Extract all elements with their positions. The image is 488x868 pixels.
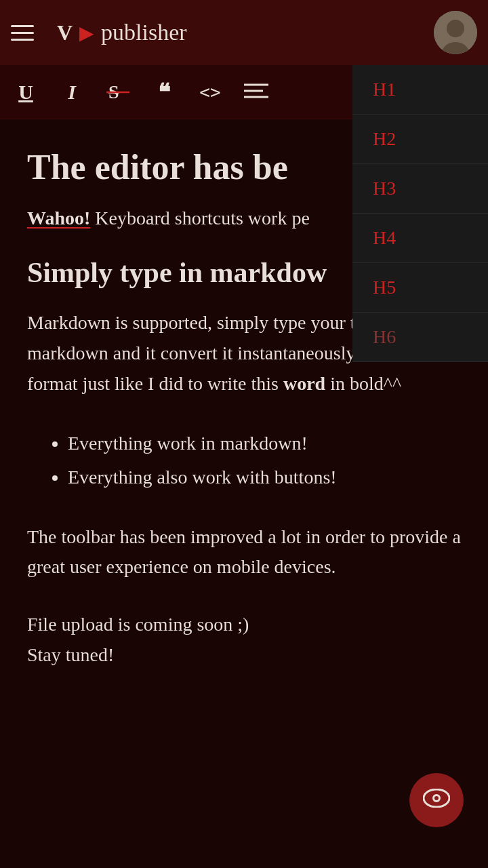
avatar[interactable] — [434, 11, 477, 54]
heading-h6-option[interactable]: H6 — [352, 313, 488, 362]
paragraph3-line1: File upload is coming soon ;) — [27, 614, 249, 635]
paragraph3-line2: Stay tuned! — [27, 644, 114, 665]
heading-h4-option[interactable]: H4 — [352, 214, 488, 263]
menu-button[interactable] — [11, 14, 49, 52]
app-header: V ▶ publisher — [0, 0, 488, 65]
paragraph1-bold: word — [283, 373, 325, 394]
heading-h5-option[interactable]: H5 — [352, 263, 488, 313]
italic-button[interactable]: I — [57, 77, 87, 107]
list-item: Everything also work with buttons! — [68, 460, 461, 494]
breadcrumb-arrow-icon: ▶ — [79, 22, 94, 44]
heading-h3-option[interactable]: H3 — [352, 164, 488, 214]
code-button[interactable]: <> — [195, 77, 225, 107]
breadcrumb-v: V — [57, 20, 73, 45]
wahoo-text: Wahoo! — [27, 208, 90, 229]
paragraph1-end: in bold^^ — [325, 373, 401, 394]
subtitle-rest: Keyboard shortcuts work pe — [90, 208, 309, 229]
avatar-image — [434, 11, 477, 54]
svg-point-10 — [434, 796, 439, 800]
heading-h1-option[interactable]: H1 — [352, 65, 488, 115]
breadcrumb-title: publisher — [101, 20, 187, 45]
svg-point-1 — [447, 20, 464, 37]
heading-h2-option[interactable]: H2 — [352, 115, 488, 164]
paragraph3: File upload is coming soon ;) Stay tuned… — [27, 610, 461, 671]
preview-fab-button[interactable] — [409, 773, 464, 827]
bullet-list: Everything work in markdown! Everything … — [27, 427, 461, 495]
paragraph2: The toolbar has been improved a lot in o… — [27, 522, 461, 583]
underline-button[interactable]: U — [11, 77, 41, 107]
strikethrough-button[interactable]: S — [103, 77, 133, 107]
eye-icon — [423, 788, 450, 813]
list-item: Everything work in markdown! — [68, 427, 461, 460]
align-button[interactable] — [241, 77, 271, 107]
quote-button[interactable]: ❝ — [149, 77, 179, 107]
heading-dropdown: H1 H2 H3 H4 H5 H6 — [352, 65, 488, 362]
breadcrumb: V ▶ publisher — [49, 20, 434, 45]
